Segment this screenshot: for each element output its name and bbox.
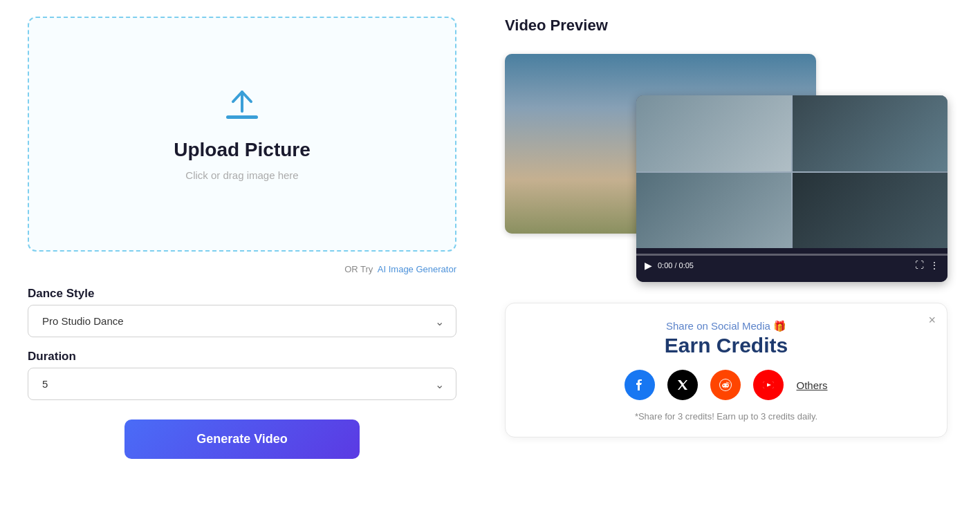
duration-label: Duration (28, 350, 456, 364)
svg-rect-0 (226, 115, 258, 119)
collage-cell-4 (793, 173, 947, 249)
others-share-link[interactable]: Others (796, 379, 827, 391)
upload-subtitle: Click or drag image here (185, 169, 298, 181)
share-icons-row: Others (526, 370, 926, 400)
share-heading: Earn Credits (526, 334, 926, 357)
share-subtitle: Share on Social Media 🎁 (526, 320, 926, 332)
dance-style-label: Dance Style (28, 287, 456, 301)
duration-field: Duration 5 ⌄ (28, 350, 456, 400)
svg-point-4 (723, 385, 725, 386)
generate-video-button[interactable]: Generate Video (124, 419, 360, 459)
svg-point-7 (728, 383, 729, 384)
collage-cell-1 (636, 95, 791, 171)
collage-cell-2 (793, 95, 947, 171)
dance-style-select-wrapper: Pro Studio Dance ⌄ (28, 305, 456, 337)
upload-title: Upload Picture (174, 139, 311, 161)
youtube-share-button[interactable] (753, 370, 784, 400)
video-image (636, 95, 947, 248)
ai-link[interactable]: AI Image Generator (378, 264, 456, 274)
twitter-share-button[interactable] (667, 370, 698, 400)
fullscreen-icon[interactable]: ⛶ (915, 260, 924, 270)
gift-emoji: 🎁 (773, 320, 786, 332)
upload-icon (223, 88, 261, 125)
dance-style-field: Dance Style Pro Studio Dance ⌄ (28, 287, 456, 337)
video-preview-title: Video Preview (505, 17, 959, 35)
share-note: *Share for 3 credits! Earn up to 3 credi… (526, 411, 926, 422)
play-button[interactable]: ▶ (645, 260, 652, 271)
svg-point-5 (727, 385, 728, 386)
video-player: ▶ 0:00 / 0:05 ⛶ ⋮ (636, 95, 947, 282)
more-options-icon[interactable]: ⋮ (930, 260, 939, 271)
video-preview-stack: ▶ 0:00 / 0:05 ⛶ ⋮ (505, 54, 823, 289)
video-time: 0:00 / 0:05 (658, 261, 909, 270)
upload-area[interactable]: Upload Picture Click or drag image here (28, 17, 456, 252)
ai-link-row: OR Try AI Image Generator (28, 264, 456, 274)
share-card: × Share on Social Media 🎁 Earn Credits (505, 303, 947, 437)
share-card-close-button[interactable]: × (928, 313, 936, 328)
reddit-share-button[interactable] (710, 370, 741, 400)
duration-select[interactable]: 5 (28, 368, 456, 400)
duration-select-wrapper: 5 ⌄ (28, 368, 456, 400)
dance-style-select[interactable]: Pro Studio Dance (28, 305, 456, 337)
video-progress-bar[interactable] (636, 254, 947, 256)
left-panel: Upload Picture Click or drag image here … (0, 0, 484, 528)
facebook-share-button[interactable] (625, 370, 655, 400)
collage-cell-3 (636, 173, 791, 249)
right-panel: Video Preview ▶ 0:00 / 0:05 ⛶ (484, 0, 980, 528)
ai-link-prefix: OR Try (344, 264, 373, 274)
